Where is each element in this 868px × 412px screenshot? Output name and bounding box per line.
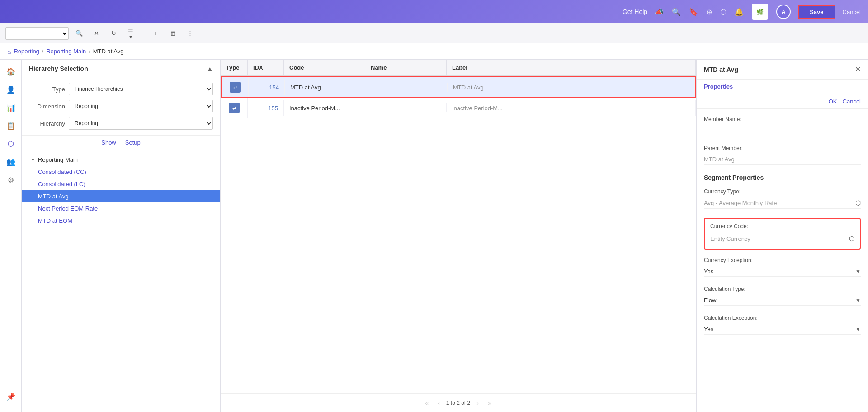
data-grid: Type IDX Code Name Label ⇄ 154 MTD at Av… [221,60,696,412]
crosshair-icon[interactable]: ⊕ [706,8,712,16]
col-name: Name [365,60,447,75]
cancel-header-button[interactable]: Cancel [843,9,861,15]
cell-label-1: MTD at Avg [448,80,695,95]
currency-exception-row: Yes No ▼ [704,266,861,277]
toolbar-list-button[interactable]: ☰ ▾ [124,27,137,40]
nav-people-icon[interactable]: 👥 [3,154,19,170]
nav-report-icon[interactable]: 📋 [3,117,19,134]
toolbar-search-button[interactable]: 🔍 [72,27,86,40]
member-name-label: Member Name: [704,116,861,122]
member-name-input[interactable] [704,125,861,136]
dimension-select[interactable]: Reporting [69,100,213,112]
currency-code-value: Entity Currency [710,235,750,242]
tree-item-mtd-at-avg[interactable]: MTD at Avg [22,190,220,202]
get-help-label[interactable]: Get Help [623,8,647,15]
nav-hex-icon[interactable]: ⬡ [3,136,19,152]
grid-row-1[interactable]: ⇄ 154 MTD at Avg MTD at Avg [221,76,696,98]
cell-type-2: ⇄ [221,98,248,118]
hierarchy-select[interactable]: Reporting [69,117,213,130]
hierarchy-title: Hierarchy Selection [29,65,88,72]
toolbar-more-button[interactable]: ⋮ [183,27,197,40]
hierarchy-header: Hierarchy Selection ▲ [22,60,220,77]
type-label: Type [29,86,65,93]
show-link[interactable]: Show [101,139,116,146]
breadcrumb-sep2: / [89,48,90,55]
toolbar-search-icon: 🔍 [75,30,83,37]
currency-code-external-icon[interactable]: ⬡ [849,235,854,242]
cell-idx-2: 155 [248,100,284,116]
tree-item-consolidated-lc[interactable]: Consolidated (LC) [22,178,220,190]
toolbar-close-button[interactable]: ✕ [90,27,103,40]
row-icon-2: ⇄ [229,103,240,113]
currency-exception-select[interactable]: Yes No [704,268,855,275]
megaphone-icon[interactable]: 📣 [655,8,664,16]
toolbar-delete-button[interactable]: 🗑 [166,27,179,40]
breadcrumb-home-icon[interactable]: ⌂ [7,48,11,55]
parent-member-group: Parent Member: MTD at Avg [704,145,861,165]
breadcrumb-current: MTD at Avg [93,48,124,55]
nav-settings-icon[interactable]: ⚙ [3,172,19,188]
cube-icon[interactable]: ⬡ [720,8,726,16]
nav-home-icon[interactable]: 🏠 [3,63,19,80]
cell-code-2: Inactive Period-M... [284,100,365,116]
pagination-prev-button[interactable]: ‹ [435,398,443,407]
segment-properties-title: Segment Properties [704,174,861,181]
bell-icon[interactable]: 🔔 [735,8,744,16]
currency-type-group: Currency Type: Avg - Average Monthly Rat… [704,188,861,209]
breadcrumb-reporting-main-link[interactable]: Reporting Main [46,48,86,55]
pagination-next-button[interactable]: › [474,398,481,407]
tab-properties[interactable]: Properties [704,80,740,94]
search-icon[interactable]: 🔍 [672,8,681,16]
props-ok-button[interactable]: OK [829,98,837,105]
toolbar-select[interactable] [5,27,69,40]
pagination-last-button[interactable]: » [485,398,494,407]
save-button[interactable]: Save [798,5,835,19]
nav-user-icon[interactable]: 👤 [3,81,19,98]
toolbar-more-icon: ⋮ [187,30,193,37]
toolbar-add-button[interactable]: + [149,27,162,40]
grid-row-2[interactable]: ⇄ 155 Inactive Period-M... Inactive Peri… [221,98,696,118]
bookmark-icon[interactable]: 🔖 [689,8,698,16]
pagination-first-button[interactable]: « [422,398,431,407]
setup-link[interactable]: Setup [125,139,141,146]
props-title: MTD at Avg [704,66,738,73]
tree-item-next-period-eom[interactable]: Next Period EOM Rate [22,202,220,215]
col-label: Label [447,60,696,75]
cell-name-1 [366,83,448,92]
col-type: Type [221,60,248,75]
hierarchy-panel: Hierarchy Selection ▲ Type Finance Hiera… [22,60,221,412]
hierarchy-collapse-button[interactable]: ▲ [207,65,213,72]
props-tabs: Properties [697,80,868,94]
calculation-exception-select[interactable]: Yes No [704,326,855,332]
calculation-type-select[interactable]: Flow Balance Average [704,297,855,304]
tree-item-label: MTD at EOM [38,217,72,224]
expand-icon: ▼ [31,157,35,162]
tree-item-reporting-main[interactable]: ▼ Reporting Main [22,154,220,166]
pagination-text: 1 to 2 of 2 [446,400,470,406]
breadcrumb-sep1: / [42,48,43,55]
top-header: Get Help 📣 🔍 🔖 ⊕ ⬡ 🔔 🌿 A Save Cancel [0,0,868,23]
breadcrumb-reporting-link[interactable]: Reporting [14,48,39,55]
type-select[interactable]: Finance Hierarchies [69,83,213,95]
props-close-button[interactable]: ✕ [855,65,861,74]
currency-type-external-icon[interactable]: ⬡ [855,199,861,206]
hierarchy-tree: ▼ Reporting Main Consolidated (CC) Conso… [22,150,220,412]
currency-code-row: Entity Currency ⬡ [710,233,854,244]
tree-item-consolidated-cc[interactable]: Consolidated (CC) [22,166,220,178]
calculation-exception-label: Calculation Exception: [704,315,861,321]
currency-code-group: Currency Code: Entity Currency ⬡ [704,218,861,250]
calculation-type-arrow-icon: ▼ [855,297,861,304]
props-body: Member Name: Parent Member: MTD at Avg S… [697,109,868,412]
nav-chart-icon[interactable]: 📊 [3,99,19,116]
toolbar-delete-icon: 🗑 [170,30,176,37]
toolbar-add-icon: + [154,30,157,37]
user-avatar[interactable]: A [776,5,791,19]
props-cancel-button[interactable]: Cancel [843,98,861,105]
tree-item-mtd-at-eom[interactable]: MTD at EOM [22,215,220,227]
nav-pin-icon[interactable]: 📌 [3,389,19,405]
hierarchy-form: Type Finance Hierarchies Dimension Repor… [22,77,220,136]
toolbar-refresh-button[interactable]: ↻ [107,27,120,40]
calculation-type-group: Calculation Type: Flow Balance Average ▼ [704,286,861,306]
breadcrumb: ⌂ Reporting / Reporting Main / MTD at Av… [0,43,868,60]
toolbar-list-icon: ☰ ▾ [128,27,133,40]
